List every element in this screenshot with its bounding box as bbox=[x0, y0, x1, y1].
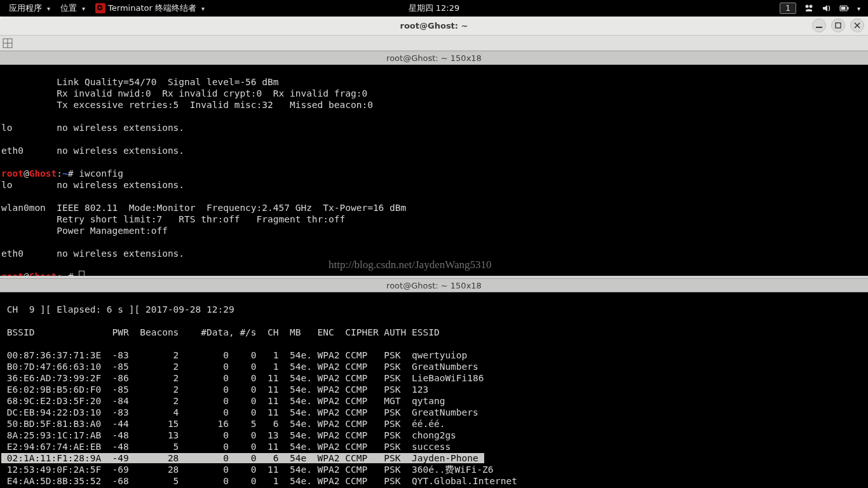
svg-rect-4 bbox=[841, 7, 845, 10]
menu-places[interactable]: 位置 bbox=[55, 3, 90, 14]
term-line: lo no wireless extensions. bbox=[1, 180, 184, 190]
terminal-pane-1[interactable]: Link Quality=54/70 Signal level=-56 dBm … bbox=[0, 65, 868, 276]
airodump-row: E2:94:67:74:AE:EB -48 5 0 0 11 54e. WPA2… bbox=[1, 442, 451, 452]
svg-rect-3 bbox=[847, 7, 848, 10]
prompt: root@Ghost:~# bbox=[1, 271, 74, 276]
term-line: Retry short limit:7 RTS thr:off Fragment… bbox=[1, 214, 345, 224]
minimize-button[interactable] bbox=[812, 18, 826, 32]
airodump-header: BSSID PWR Beacons #Data, #/s CH MB ENC C… bbox=[1, 327, 440, 337]
term-line: eth0 no wireless extensions. bbox=[1, 146, 184, 156]
airodump-row: DC:EB:94:22:D3:10 -83 4 0 0 11 54e. WPA2… bbox=[1, 407, 478, 417]
term-line: wlan0mon IEEE 802.11 Mode:Monitor Freque… bbox=[1, 203, 406, 213]
workspace-indicator[interactable]: 1 bbox=[780, 3, 796, 14]
command: iwconfig bbox=[74, 168, 124, 179]
term-line: Link Quality=54/70 Signal level=-56 dBm bbox=[1, 77, 279, 87]
svg-rect-5 bbox=[816, 27, 822, 28]
airodump-row: 68:9C:E2:D3:5F:20 -84 2 0 0 11 54e. WPA2… bbox=[1, 396, 445, 406]
system-caret-icon[interactable]: ▾ bbox=[857, 5, 860, 12]
maximize-button[interactable] bbox=[831, 18, 845, 32]
close-button[interactable] bbox=[850, 18, 864, 32]
cursor bbox=[79, 271, 85, 276]
watermark: http://blog.csdn.net/JaydenWang5310 bbox=[329, 259, 491, 271]
terminator-window: root@Ghost: ~ root@Ghost: ~ 150x18 Link … bbox=[0, 17, 868, 488]
airodump-row: 00:87:36:37:71:3E -83 2 0 0 1 54e. WPA2 … bbox=[1, 350, 467, 360]
term-line: Rx invalid nwid:0 Rx invalid crypt:0 Rx … bbox=[1, 88, 367, 98]
airodump-row: E4:AA:5D:8B:35:52 -68 5 0 0 1 54e. WPA2 … bbox=[1, 476, 517, 486]
airodump-status: CH 9 ][ Elapsed: 6 s ][ 2017-09-28 12:29 bbox=[1, 304, 234, 315]
term-line: Tx excessive retries:5 Invalid misc:32 M… bbox=[1, 100, 373, 110]
airodump-row: B0:7D:47:66:63:10 -85 2 0 0 1 54e. WPA2 … bbox=[1, 362, 478, 372]
airodump-row: 8A:25:93:1C:17:AB -48 13 0 0 13 54e. WPA… bbox=[1, 430, 456, 440]
active-app[interactable]: Terminator 终端终结者 bbox=[90, 3, 210, 14]
term-line: lo no wireless extensions. bbox=[1, 123, 184, 133]
term-line: eth0 no wireless extensions. bbox=[1, 248, 184, 259]
svg-point-0 bbox=[805, 5, 808, 8]
svg-point-1 bbox=[809, 5, 812, 8]
terminal-pane-2[interactable]: CH 9 ][ Elapsed: 6 s ][ 2017-09-28 12:29… bbox=[0, 292, 868, 488]
gnome-topbar: 应用程序 位置 Terminator 终端终结者 星期四 12:29 1 ▾ bbox=[0, 0, 868, 17]
airodump-row-highlighted: 02:1A:11:F1:28:9A -49 28 0 0 6 54e WPA2 … bbox=[1, 453, 484, 463]
terminator-tabstrip[interactable] bbox=[0, 36, 868, 51]
window-titlebar[interactable]: root@Ghost: ~ bbox=[0, 17, 868, 36]
clock[interactable]: 星期四 12:29 bbox=[409, 3, 460, 14]
terminator-icon bbox=[95, 3, 105, 13]
svg-rect-6 bbox=[836, 23, 841, 28]
airodump-row: 50:BD:5F:81:B3:A0 -44 15 16 5 6 54e. WPA… bbox=[1, 419, 445, 429]
battery-icon[interactable] bbox=[839, 3, 850, 13]
volume-icon[interactable] bbox=[822, 3, 832, 13]
accessibility-icon[interactable] bbox=[804, 3, 814, 13]
prompt: root@Ghost:~# bbox=[1, 168, 74, 179]
pane1-header: root@Ghost: ~ 150x18 bbox=[0, 51, 868, 65]
menu-applications[interactable]: 应用程序 bbox=[4, 3, 55, 14]
pane2-header: root@Ghost: ~ 150x18 bbox=[0, 278, 868, 292]
active-app-title: Terminator 终端终结者 bbox=[108, 3, 196, 14]
window-title: root@Ghost: ~ bbox=[400, 21, 468, 30]
split-icon[interactable] bbox=[3, 38, 13, 48]
term-line: Power Management:off bbox=[1, 226, 168, 236]
airodump-row: E6:02:9B:B5:6D:F0 -85 2 0 0 11 54e. WPA2… bbox=[1, 384, 428, 395]
airodump-row: 36:E6:AD:73:99:2F -86 2 0 0 11 54e. WPA2… bbox=[1, 373, 484, 383]
airodump-row: 12:53:49:0F:2A:5F -69 28 0 0 11 54e. WPA… bbox=[1, 464, 494, 475]
